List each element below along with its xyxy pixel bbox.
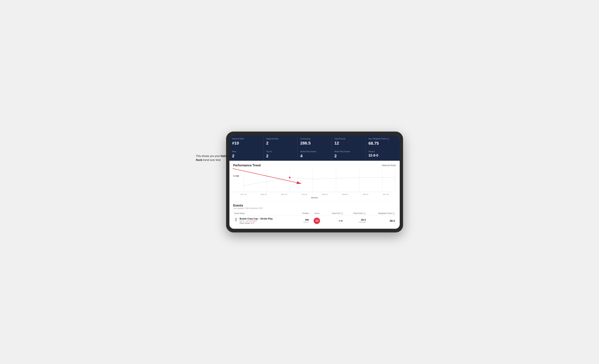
- annotation-text: This shows you your National Rank trend …: [196, 154, 234, 162]
- chart-x-labels: OCT 23 NOV 23 DEC 23 JAN 24 FEB 24 MAR 2…: [233, 193, 396, 196]
- stat-wins: Wins 2: [229, 148, 263, 161]
- stat-label-top3s: Top 3s: [266, 150, 295, 153]
- stat-label-avg-weighted-pts: Avg. Weighted Points i: [369, 138, 397, 140]
- col-event-name: Event Name: [233, 211, 296, 216]
- stat-total-rounds: Total Rounds 12: [332, 135, 366, 148]
- stat-avg-weighted-pts: Avg. Weighted Points i 68.75: [366, 135, 400, 148]
- stat-label-national-rank: National Rank: [232, 138, 261, 140]
- x-label-may24: MAY 24: [376, 194, 396, 195]
- rank-impact-value: 3: [251, 222, 252, 224]
- chart-axis-title: Months: [233, 196, 396, 199]
- tablet-frame: National Rank #10 Regional Rank 2 Scorin…: [226, 132, 403, 232]
- events-section: Events Last updated: 24th November 2023 …: [233, 201, 396, 226]
- event-score-badge: -22: [314, 218, 320, 224]
- events-title: Events: [233, 204, 396, 207]
- col-score: Score: [310, 211, 323, 216]
- event-weighted-points: 28.3: [368, 219, 395, 222]
- event-weighted-points-cell: 28.3: [367, 216, 396, 226]
- x-label-jan24: JAN 24: [294, 194, 315, 195]
- stat-value-match-play-events: 2: [334, 153, 363, 159]
- performance-trend-title: Performance Trend: [233, 164, 261, 167]
- event-sg-cell: 0.45: [324, 216, 344, 226]
- event-total-rounds: 3 Rounds: [345, 221, 366, 223]
- total-points-info-icon[interactable]: i: [363, 212, 366, 215]
- event-name: Buster Cozy Cup – Stroke Play: [240, 217, 273, 220]
- stat-value-wins: 2: [232, 153, 261, 159]
- stat-national-rank: National Rank #10: [229, 135, 263, 148]
- x-label-nov23: NOV 23: [254, 194, 274, 195]
- chart-svg: [233, 169, 396, 192]
- event-name-cell: 🏌️ Buster Cozy Cup – Stroke Play Oct 9 -…: [233, 216, 296, 226]
- event-score-cell: -22: [310, 216, 323, 226]
- col-weighted-points: Weighted Points i: [367, 211, 396, 216]
- stat-regional-rank: Regional Rank 2: [264, 135, 297, 148]
- chart-rank-value: #10: [236, 175, 239, 177]
- x-label-apr24: APR 24: [355, 194, 376, 195]
- stat-stroke-play-events: Stroke Play Events 4: [298, 148, 332, 161]
- content-area: Performance Trend National Rank: [229, 161, 400, 229]
- event-total-points-cell: 28.3 3 Rounds: [344, 216, 367, 226]
- stat-record: Record 32-8-0: [366, 148, 400, 161]
- stat-value-regional-rank: 2: [266, 141, 295, 146]
- table-row: 🏌️ Buster Cozy Cup – Stroke Play Oct 9 -…: [233, 216, 396, 226]
- annotation-part2: trend over time: [202, 159, 220, 161]
- events-last-updated: Last updated: 24th November 2023: [233, 207, 396, 209]
- x-label-mar24: MAR 24: [335, 194, 355, 195]
- stat-value-stroke-play-events: 4: [300, 153, 329, 159]
- events-table: Event Name Position Score Event SG i Tot…: [233, 211, 396, 226]
- stats-grid-row1: National Rank #10 Regional Rank 2 Scorin…: [229, 135, 400, 148]
- stat-value-scoring-avg: 286.5: [300, 141, 329, 146]
- stat-label-scoring-avg: Scoring Avg.: [300, 138, 329, 140]
- stat-label-record: Record: [369, 150, 397, 153]
- stat-value-total-rounds: 12: [334, 141, 363, 146]
- performance-trend-label: National Rank: [382, 164, 396, 167]
- avg-weighted-info-icon[interactable]: i: [387, 138, 389, 140]
- stat-top3s: Top 3s 2: [264, 148, 297, 161]
- stat-label-stroke-play-events: Stroke Play Events: [300, 150, 329, 153]
- event-sg-value: 0.45: [339, 220, 343, 222]
- event-icon: 🏌️: [234, 218, 238, 221]
- col-event-sg: Event SG i: [324, 211, 344, 216]
- stat-label-match-play-events: Match Play Events: [334, 150, 363, 153]
- event-rank-impact: Rank Impact: 3 ▼: [240, 222, 273, 224]
- weighted-points-info-icon[interactable]: i: [393, 212, 395, 215]
- performance-trend-header: Performance Trend National Rank: [233, 164, 396, 167]
- tablet-screen: National Rank #10 Regional Rank 2 Scorin…: [229, 135, 400, 229]
- event-sg-info-icon[interactable]: i: [341, 212, 343, 215]
- event-position-cell: 6th out of 7: [296, 216, 310, 226]
- svg-point-10: [289, 176, 291, 178]
- stat-match-play-events: Match Play Events 2: [332, 148, 366, 161]
- x-label-dec23: DEC 23: [274, 194, 294, 195]
- stat-label-wins: Wins: [232, 150, 261, 153]
- event-date: Oct 9 - Oct 10, 2023: [240, 220, 273, 222]
- stat-value-top3s: 2: [266, 153, 295, 159]
- stat-value-national-rank: #10: [232, 141, 261, 146]
- event-total-points: 28.3: [345, 218, 366, 221]
- performance-chart: #10: [233, 169, 396, 192]
- chart-dot: [233, 175, 235, 177]
- stat-label-regional-rank: Regional Rank: [266, 138, 295, 140]
- page-wrapper: This shows you your National Rank trend …: [196, 132, 403, 232]
- stat-scoring-avg: Scoring Avg. 286.5: [298, 135, 332, 148]
- rank-impact-chevron-icon: ▼: [253, 222, 255, 224]
- annotation-part1: This shows you your: [196, 154, 221, 158]
- event-position: 6th: [297, 218, 309, 221]
- stats-grid-row2: Wins 2 Top 3s 2 Stroke Play Events 4 Mat…: [229, 148, 400, 161]
- x-label-feb24: FEB 24: [315, 194, 335, 195]
- performance-trend-section: Performance Trend National Rank: [233, 164, 396, 199]
- x-label-oct23: OCT 23: [233, 194, 254, 195]
- events-table-header-row: Event Name Position Score Event SG i Tot…: [233, 211, 396, 216]
- col-total-points: Total Points i: [344, 211, 367, 216]
- chart-current-rank-label: #10: [233, 175, 239, 177]
- stat-label-total-rounds: Total Rounds: [334, 138, 363, 140]
- stat-value-avg-weighted-pts: 68.75: [369, 141, 397, 146]
- col-position: Position: [296, 211, 310, 216]
- event-position-sub: out of 7: [297, 221, 309, 223]
- stat-value-record: 32-8-0: [369, 153, 397, 158]
